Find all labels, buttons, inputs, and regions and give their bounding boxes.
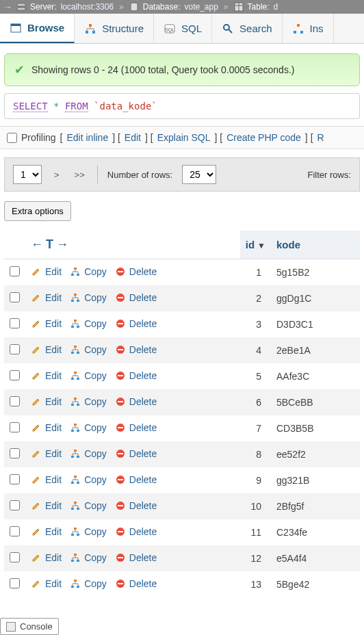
page-select[interactable]: 1 [13, 165, 42, 184]
table-row: EditCopyDelete3D3D3C1 [4, 311, 360, 337]
sql-table: `data_kode` [94, 101, 157, 112]
extra-options-button[interactable]: Extra options [4, 201, 71, 221]
row-checkbox[interactable] [10, 578, 20, 588]
copy-icon [70, 552, 81, 563]
copy-link[interactable]: Copy [70, 370, 107, 381]
edit-link[interactable]: Edit [31, 266, 62, 277]
row-checkbox[interactable] [10, 552, 20, 562]
delete-link[interactable]: Delete [115, 266, 157, 277]
edit-link[interactable]: Edit [31, 448, 62, 459]
copy-link[interactable]: Copy [70, 448, 107, 459]
delete-link[interactable]: Delete [115, 526, 157, 537]
row-checkbox[interactable] [10, 396, 20, 406]
edit-link[interactable]: Edit [31, 396, 62, 407]
copy-link[interactable]: Copy [70, 422, 107, 433]
row-checkbox[interactable] [10, 422, 20, 432]
edit-link[interactable]: Edit [31, 474, 62, 485]
db-label: Database: [143, 2, 181, 12]
copy-link[interactable]: Copy [70, 578, 107, 589]
cell-kode: C234fe [271, 519, 360, 545]
profiling-checkbox[interactable] [7, 133, 17, 143]
copy-icon [70, 448, 81, 459]
svg-point-17 [224, 25, 229, 30]
copy-label: Copy [84, 526, 107, 537]
copy-link[interactable]: Copy [70, 500, 107, 511]
delete-icon [115, 422, 126, 433]
svg-rect-120 [118, 531, 123, 532]
delete-link[interactable]: Delete [115, 552, 157, 563]
table-row: EditCopyDelete65BCeBB [4, 389, 360, 415]
edit-link[interactable]: Edit [31, 526, 62, 537]
copy-icon [70, 526, 81, 537]
delete-icon [115, 266, 126, 277]
svg-line-18 [229, 29, 232, 33]
row-checkbox[interactable] [10, 370, 20, 380]
delete-icon [115, 448, 126, 459]
row-checkbox[interactable] [10, 266, 20, 276]
svg-rect-138 [118, 583, 123, 584]
copy-link[interactable]: Copy [70, 474, 107, 485]
delete-link[interactable]: Delete [115, 422, 157, 433]
row-checkbox[interactable] [10, 526, 20, 536]
pencil-icon [31, 578, 42, 589]
copy-link[interactable]: Copy [70, 266, 107, 277]
edit-link[interactable]: Edit [31, 500, 62, 511]
column-header-kode[interactable]: kode [271, 231, 360, 259]
edit-link[interactable]: Edit [31, 422, 62, 433]
cell-kode: 5g15B2 [271, 259, 360, 286]
checkbox-header [4, 231, 25, 259]
t-arrows-icon[interactable]: ←T→ [31, 237, 71, 251]
copy-link[interactable]: Copy [70, 292, 107, 303]
edit-inline-link[interactable]: Edit inline [66, 132, 108, 143]
delete-link[interactable]: Delete [115, 318, 157, 329]
copy-link[interactable]: Copy [70, 396, 107, 407]
sql-star: * [53, 101, 59, 112]
edit-link[interactable]: Edit [31, 344, 62, 355]
row-checkbox[interactable] [10, 500, 20, 510]
last-page-button[interactable]: >> [75, 170, 85, 180]
delete-link[interactable]: Delete [115, 370, 157, 381]
refresh-link[interactable]: R [317, 132, 324, 143]
copy-link[interactable]: Copy [70, 344, 107, 355]
tab-label: Ins [310, 23, 324, 34]
server-value[interactable]: localhost:3306 [61, 2, 114, 12]
row-checkbox[interactable] [10, 344, 20, 354]
row-checkbox[interactable] [10, 318, 20, 328]
edit-link[interactable]: Edit [31, 318, 62, 329]
edit-link[interactable]: Edit [125, 132, 141, 143]
delete-link[interactable]: Delete [115, 474, 157, 485]
copy-link[interactable]: Copy [70, 318, 107, 329]
create-php-link[interactable]: Create PHP code [226, 132, 301, 143]
tab-insert[interactable]: Ins [283, 14, 334, 43]
svg-rect-41 [71, 326, 74, 328]
edit-link[interactable]: Edit [31, 552, 62, 563]
edit-link[interactable]: Edit [31, 578, 62, 589]
tab-search[interactable]: Search [212, 14, 283, 43]
delete-link[interactable]: Delete [115, 578, 157, 589]
edit-label: Edit [45, 578, 62, 589]
next-page-button[interactable]: > [54, 170, 60, 180]
delete-link[interactable]: Delete [115, 500, 157, 511]
delete-link[interactable]: Delete [115, 448, 157, 459]
column-header-id[interactable]: id▼ [240, 231, 271, 259]
tab-browse[interactable]: Browse [0, 14, 75, 43]
delete-link[interactable]: Delete [115, 292, 157, 303]
db-value[interactable]: vote_app [184, 2, 218, 12]
row-checkbox[interactable] [10, 448, 20, 458]
row-checkbox[interactable] [10, 292, 20, 302]
cell-kode: 5Bge42 [271, 571, 360, 597]
copy-label: Copy [84, 370, 107, 381]
table-value[interactable]: d [274, 2, 278, 12]
rows-per-page-select[interactable]: 25 [182, 165, 216, 184]
copy-link[interactable]: Copy [70, 552, 107, 563]
edit-link[interactable]: Edit [31, 370, 62, 381]
explain-sql-link[interactable]: Explain SQL [157, 132, 211, 143]
row-checkbox[interactable] [10, 474, 20, 484]
edit-label: Edit [45, 500, 62, 511]
tab-sql[interactable]: SQL SQL [154, 14, 212, 43]
tab-structure[interactable]: Structure [75, 14, 154, 43]
copy-link[interactable]: Copy [70, 526, 107, 537]
delete-link[interactable]: Delete [115, 396, 157, 407]
delete-link[interactable]: Delete [115, 344, 157, 355]
edit-link[interactable]: Edit [31, 292, 62, 303]
